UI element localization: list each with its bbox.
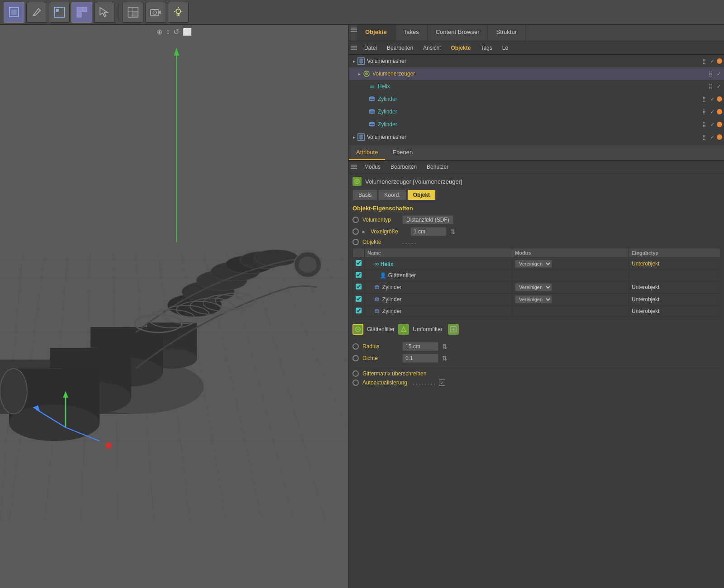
voxel-spinner[interactable]: ⇅ xyxy=(450,228,456,235)
select-modus-zyl1[interactable]: Vereinigen xyxy=(515,283,552,291)
tab-objekte[interactable]: Objekte xyxy=(357,25,395,41)
tab-content-browser[interactable]: Content Browser xyxy=(428,25,488,41)
select-modus-helix[interactable]: Vereinigen xyxy=(515,260,552,268)
check-hatch-5: ⣿ xyxy=(700,108,708,115)
nav-rotate-icon[interactable]: ↺ xyxy=(173,28,179,36)
table-row[interactable]: Zylinder Unterobjekt xyxy=(353,306,720,317)
menu-tags[interactable]: Tags xyxy=(476,43,496,53)
radio-autoaktualisierung[interactable] xyxy=(352,379,359,386)
menu-datei[interactable]: Datei xyxy=(360,43,381,53)
checkbox-autoaktualisierung[interactable]: ✓ xyxy=(439,379,445,386)
main-area: ⊕ ↕ ↺ ⬜ xyxy=(0,25,724,588)
sub-tab-koord[interactable]: Koord. xyxy=(378,190,406,200)
tree-row-helix[interactable]: ∞ Helix ⣿ ✓ xyxy=(349,80,724,93)
check-mark-4[interactable]: ✓ xyxy=(709,95,716,103)
tree-row-volumenerzeuger[interactable]: ▸ Volumenerzeuger ⣿ ✓ xyxy=(349,67,724,80)
menu-bearbeiten[interactable]: Bearbeiten xyxy=(382,43,418,53)
tab-takes[interactable]: Takes xyxy=(395,25,428,41)
umformfilter-btn[interactable] xyxy=(398,324,409,335)
svg-point-108 xyxy=(357,328,359,330)
table-row[interactable]: Zylinder Vereinigen Unterobjekt xyxy=(353,294,720,306)
cell-check-zyl3[interactable] xyxy=(353,306,365,317)
cell-eingabe-zyl3: Unterobjekt xyxy=(629,306,720,317)
tree-row-volumenmesher-1[interactable]: ▸ Volumenmesher ⣿ ✓ xyxy=(349,55,724,67)
label-dichte: Dichte xyxy=(362,355,399,361)
input-dichte[interactable] xyxy=(402,354,438,363)
grid-tool-btn[interactable] xyxy=(123,2,143,23)
radio-volumentyp[interactable] xyxy=(352,217,359,223)
svg-rect-4 xyxy=(56,9,59,12)
prop-radius: Radius ⇅ xyxy=(352,342,720,351)
checkbox-zyl2[interactable] xyxy=(356,296,362,302)
cell-name-zyl3: Zylinder xyxy=(365,306,512,317)
tab-attribute[interactable]: Attribute xyxy=(349,145,385,160)
cell-check-glatten[interactable] xyxy=(353,270,365,281)
radius-spinner[interactable]: ⇅ xyxy=(442,343,448,350)
checkbox-zyl1[interactable] xyxy=(356,284,362,289)
radio-dichte[interactable] xyxy=(352,355,359,361)
radio-gittermatrix[interactable] xyxy=(352,370,359,377)
checkbox-helix[interactable] xyxy=(356,260,362,266)
prop-gittermatrix: Gittermatrix überschreiben xyxy=(352,370,720,377)
svg-rect-7 xyxy=(77,13,81,17)
tree-row-volumenmesher-2[interactable]: ▸ Volumenmesher ⣿ ✓ xyxy=(349,131,724,143)
select-tool-btn[interactable] xyxy=(94,2,115,23)
cell-check-helix[interactable] xyxy=(353,258,365,270)
tab-ebenen[interactable]: Ebenen xyxy=(385,145,420,160)
select-modus-zyl2[interactable]: Vereinigen xyxy=(515,295,552,303)
nav-move-icon[interactable]: ⊕ xyxy=(157,28,162,36)
camera-tool-btn[interactable] xyxy=(145,2,166,23)
menu-le[interactable]: Le xyxy=(498,43,513,53)
checkbox-zyl3[interactable] xyxy=(356,308,362,313)
dichte-spinner[interactable]: ⇅ xyxy=(442,355,448,362)
nav-box-icon[interactable]: ⬜ xyxy=(183,28,192,36)
cell-eingabe-helix: Unterobjekt xyxy=(629,258,720,270)
attr-bearbeiten[interactable]: Bearbeiten xyxy=(386,162,421,172)
check-mark-6[interactable]: ✓ xyxy=(709,121,716,128)
radio-radius[interactable] xyxy=(352,343,359,350)
cell-name-zyl1: Zylinder xyxy=(365,281,512,294)
check-mark-3[interactable]: ✓ xyxy=(715,83,722,90)
menu-ansicht[interactable]: Ansicht xyxy=(419,43,445,53)
radio-objekte[interactable] xyxy=(352,239,359,245)
move-tool-btn[interactable] xyxy=(49,2,70,23)
sub-tab-objekt[interactable]: Objekt xyxy=(407,190,436,200)
pen-tool-btn[interactable] xyxy=(26,2,47,23)
nav-up-icon[interactable]: ↕ xyxy=(166,28,170,36)
check-mark-1[interactable]: ✓ xyxy=(709,57,716,65)
transform-tool-btn[interactable] xyxy=(71,2,92,23)
checkbox-glatten[interactable] xyxy=(356,272,362,278)
tree-row-zylinder-2[interactable]: Zylinder ⣿ ✓ xyxy=(349,105,724,118)
value-volumentyp[interactable]: Distanzfeld (SDF) xyxy=(402,215,453,224)
attr-benutzer[interactable]: Benutzer xyxy=(422,162,453,172)
glattenfilter-btn[interactable] xyxy=(352,324,363,335)
menu-objekte[interactable]: Objekte xyxy=(446,43,475,53)
table-row[interactable]: ∞ Helix Vereinigen Unterobjekt xyxy=(353,258,720,270)
cell-eingabe-glatten xyxy=(629,270,720,281)
sub-tab-basis[interactable]: Basis xyxy=(352,190,377,200)
tree-row-zylinder-3[interactable]: Zylinder ⣿ ✓ xyxy=(349,118,724,131)
tab-struktur[interactable]: Struktur xyxy=(488,25,525,41)
input-voxelgroesse[interactable] xyxy=(410,227,447,236)
attr-modus[interactable]: Modus xyxy=(360,162,385,172)
radio-voxelgroesse[interactable] xyxy=(352,228,359,235)
dot-7 xyxy=(717,134,722,140)
filter-extra-btn[interactable] xyxy=(448,324,459,335)
dots-autoaktualisierung: . . . . . . . . xyxy=(413,379,435,386)
tree-checks-5: ⣿ ✓ xyxy=(700,108,722,115)
check-mark-2[interactable]: ✓ xyxy=(715,70,722,77)
check-mark-5[interactable]: ✓ xyxy=(709,108,716,115)
table-row[interactable]: 👤 Glättenfilter xyxy=(353,270,720,281)
cell-check-zyl2[interactable] xyxy=(353,294,365,306)
cell-check-zyl1[interactable] xyxy=(353,281,365,294)
cell-modus-zyl3 xyxy=(512,306,629,317)
input-radius[interactable] xyxy=(402,342,438,351)
light-tool-btn[interactable] xyxy=(168,2,189,23)
tree-row-zylinder-1[interactable]: Zylinder ⣿ ✓ xyxy=(349,93,724,105)
viewport[interactable]: ⊕ ↕ ↺ ⬜ xyxy=(0,25,348,588)
eingabe-helix-label: Unterobjekt xyxy=(632,261,659,267)
table-row[interactable]: Zylinder Vereinigen Unterobjekt xyxy=(353,281,720,294)
check-mark-7[interactable]: ✓ xyxy=(709,133,716,141)
cube-tool-btn[interactable] xyxy=(4,2,24,23)
volumenmesher-1-icon xyxy=(357,57,365,65)
